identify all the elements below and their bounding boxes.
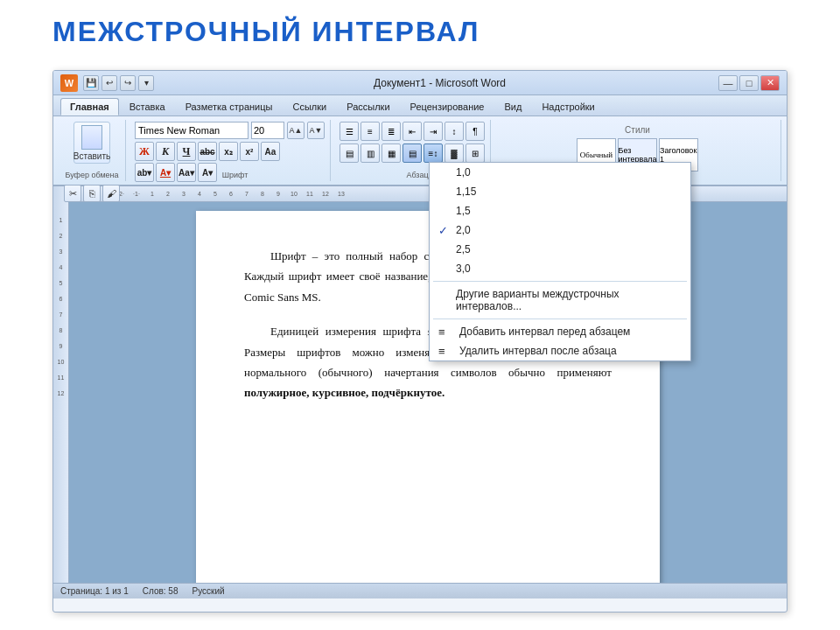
add-before-icon: ≡ <box>438 326 445 339</box>
ruler-h-mark: 4 <box>192 191 207 197</box>
ruler-h-mark: 11 <box>302 191 318 197</box>
ruler-h-mark: 1 <box>144 191 160 197</box>
ruler-v-7: 7 <box>60 307 63 323</box>
ruler-h-mark: 5 <box>207 191 223 197</box>
ruler-h-mark: 3 <box>176 191 192 197</box>
linespacing-button[interactable]: ≡↕ <box>424 144 443 163</box>
bold-span: полужирное, курсивное, подчёркнутое. <box>244 386 444 399</box>
menu-divider-1 <box>433 281 687 282</box>
tab-references[interactable]: Ссылки <box>283 98 336 116</box>
spacing-1-15[interactable]: 1,15 <box>430 182 690 201</box>
menu-divider-2 <box>433 318 687 319</box>
shrink-font-button[interactable]: A▼ <box>307 122 325 139</box>
bullets-button[interactable]: ☰ <box>340 122 359 141</box>
cut-button[interactable]: ✂ <box>64 185 81 202</box>
paste-label: Вставить <box>74 151 110 161</box>
copy-button[interactable]: ⎘ <box>83 185 101 202</box>
borders-button[interactable]: ⊞ <box>466 144 485 163</box>
ruler-v-5: 5 <box>60 276 63 291</box>
ruler-v-12: 12 <box>58 386 65 402</box>
tab-insert[interactable]: Вставка <box>120 98 175 116</box>
ruler-v-2: 2 <box>60 228 63 244</box>
spacing-3-0[interactable]: 3,0 <box>430 259 690 278</box>
minimize-button[interactable]: — <box>718 75 738 91</box>
ruler-v-3: 3 <box>60 244 63 260</box>
tab-pagelayout[interactable]: Разметка страницы <box>176 98 283 116</box>
ruler-h-mark: 9 <box>270 191 286 197</box>
spacing-3-0-label: 3,0 <box>456 262 471 275</box>
align-left-button[interactable]: ▤ <box>340 144 359 163</box>
font-name-row: A▲ A▼ <box>135 122 325 139</box>
vertical-ruler: 1 2 3 4 5 6 7 8 9 10 11 12 <box>53 186 69 583</box>
italic-button[interactable]: К <box>156 142 175 161</box>
ruler-v-10: 10 <box>58 354 65 370</box>
paste-button[interactable]: Вставить <box>74 122 110 164</box>
tab-mailings[interactable]: Рассылки <box>337 98 399 116</box>
ruler-v-9: 9 <box>60 339 63 354</box>
align-justify-button[interactable]: ▤ <box>402 144 422 163</box>
superscript-button[interactable]: x² <box>240 142 259 161</box>
bold-button[interactable]: Ж <box>135 142 154 161</box>
formatpainter-button[interactable]: 🖌 <box>102 185 120 202</box>
redo-button[interactable]: ↪ <box>120 75 136 91</box>
ruler-v-6: 6 <box>60 291 63 307</box>
spacing-1-5[interactable]: 1,5 <box>430 201 690 220</box>
ruler-v-11: 11 <box>58 370 65 386</box>
add-before-item[interactable]: ≡ Добавить интервал перед абзацем <box>430 322 690 341</box>
clearformat-button[interactable]: Aa <box>261 142 280 161</box>
spacing-2-0[interactable]: 2,0 <box>430 220 690 240</box>
clipboard-group: Вставить ✂ ⎘ 🖌 Буфер обмена <box>59 120 126 181</box>
quick-access-toolbar: 💾 ↩ ↪ ▾ <box>83 75 154 91</box>
remove-after-item[interactable]: ≡ Удалить интервал после абзаца <box>430 341 690 360</box>
font-group: A▲ A▼ Ж К Ч abc x₂ x² Aa ab▾ A▾ Aa▾ A▾ Ш… <box>130 120 331 181</box>
underline-button[interactable]: Ч <box>177 142 196 161</box>
ruler-h-mark: 12 <box>318 191 333 197</box>
multilevel-button[interactable]: ≣ <box>382 122 401 141</box>
grow-font-button[interactable]: A▲ <box>287 122 304 139</box>
clipboard-label: Буфер обмена <box>59 171 125 179</box>
remove-after-label: Удалить интервал после абзаца <box>459 345 617 357</box>
subscript-button[interactable]: x₂ <box>219 142 238 161</box>
lang-status: Русский <box>192 586 224 596</box>
other-intervals-label: Другие варианты междустрочных интервалов… <box>456 288 664 312</box>
remove-after-icon: ≡ <box>438 345 445 358</box>
window-controls: — □ ✕ <box>718 75 780 91</box>
tab-review[interactable]: Рецензирование <box>401 98 494 116</box>
numbering-button[interactable]: ≡ <box>360 122 380 141</box>
font-format-row: Ж К Ч abc x₂ x² Aa <box>135 142 280 161</box>
ruler-h-mark: 10 <box>286 191 302 197</box>
font-name-input[interactable] <box>135 122 248 139</box>
status-bar: Страница: 1 из 1 Слов: 58 Русский <box>53 583 787 598</box>
strikethrough-button[interactable]: abc <box>198 142 217 161</box>
ruler-h-mark: 6 <box>223 191 239 197</box>
tab-addins[interactable]: Надстройки <box>532 98 604 116</box>
tab-home[interactable]: Главная <box>60 98 119 116</box>
paste-icon <box>81 125 102 150</box>
spacing-2-5[interactable]: 2,5 <box>430 240 690 259</box>
sort-button[interactable]: ↕ <box>444 122 464 141</box>
word-count: Слов: 58 <box>143 586 178 596</box>
close-button[interactable]: ✕ <box>760 75 780 91</box>
spacing-2-5-label: 2,5 <box>456 243 471 256</box>
line-spacing-dropdown: 1,0 1,15 1,5 2,0 2,5 3,0 Другие варианты… <box>429 162 691 361</box>
maximize-button[interactable]: □ <box>739 75 759 91</box>
shading-button[interactable]: ▓ <box>444 144 464 163</box>
page-count: Страница: 1 из 1 <box>60 586 129 596</box>
indent-button[interactable]: ⇥ <box>424 122 443 141</box>
spacing-1-0[interactable]: 1,0 <box>430 163 690 182</box>
outdent-button[interactable]: ⇤ <box>402 122 422 141</box>
ruler-h-mark: 13 <box>333 191 349 197</box>
showmarks-button[interactable]: ¶ <box>466 122 485 141</box>
tab-view[interactable]: Вид <box>495 98 532 116</box>
ruler-h-mark: 7 <box>239 191 255 197</box>
save-button[interactable]: 💾 <box>83 75 99 91</box>
spacing-1-15-label: 1,15 <box>456 186 476 198</box>
spacing-2-0-label: 2,0 <box>456 224 471 236</box>
other-intervals-item[interactable]: Другие варианты междустрочных интервалов… <box>430 284 690 316</box>
customize-button[interactable]: ▾ <box>138 75 154 91</box>
align-center-button[interactable]: ▥ <box>360 144 380 163</box>
align-right-button[interactable]: ▦ <box>382 144 401 163</box>
undo-button[interactable]: ↩ <box>102 75 117 91</box>
font-size-input[interactable] <box>251 122 284 139</box>
add-before-label: Добавить интервал перед абзацем <box>459 326 630 338</box>
